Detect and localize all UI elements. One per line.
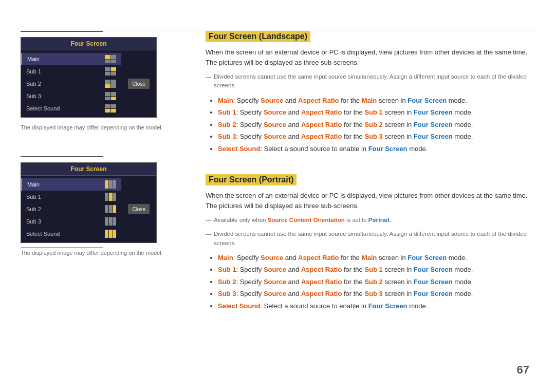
section-divider-landscape xyxy=(21,31,103,32)
portrait-sub2-icon xyxy=(105,205,116,213)
landscape-menu-section: Four Screen Main xyxy=(21,31,185,130)
portrait-menu-item-sub1[interactable]: Sub 1 xyxy=(21,191,121,203)
section-divider-portrait xyxy=(21,156,103,157)
landscape-menu-item-sub1[interactable]: Sub 1 xyxy=(21,65,121,78)
landscape-menu-wrapper: Four Screen Main xyxy=(21,37,185,118)
portrait-menu-content: Main xyxy=(21,176,156,242)
landscape-menu-item-sub2[interactable]: Sub 2 xyxy=(21,78,121,90)
landscape-selectsound-icon xyxy=(105,104,116,113)
landscape-menu-item-main[interactable]: Main xyxy=(21,53,121,65)
landscape-menu-items: Main xyxy=(21,50,121,117)
portrait-item-sub3-label: Sub 3 xyxy=(26,218,41,225)
portrait-note2: Divided screens cannot use the same inpu… xyxy=(206,230,534,248)
portrait-bullet-5: Select Sound: Select a sound source to e… xyxy=(218,301,534,311)
portrait-close-button[interactable]: Close xyxy=(128,204,150,214)
landscape-sub2-icon xyxy=(105,80,116,88)
landscape-bullet-2: Sub 1: Specify Source and Aspect Ratio f… xyxy=(218,107,534,118)
landscape-menu-content: Main xyxy=(21,50,156,117)
portrait-item-selectsound-label: Select Sound xyxy=(26,231,60,237)
portrait-bullet-3: Sub 2: Specify Source and Aspect Ratio f… xyxy=(218,277,534,287)
landscape-menu-item-sub3[interactable]: Sub 3 xyxy=(21,90,121,102)
portrait-section: Four Screen (Portrait) When the screen o… xyxy=(206,174,534,311)
portrait-note-available: Available only when Source Content Orien… xyxy=(206,216,534,225)
portrait-menu-item-selectsound[interactable]: Select Sound xyxy=(21,228,121,240)
landscape-item-selectsound-label: Select Sound xyxy=(26,105,60,111)
landscape-note1: Divided screens cannot use the same inpu… xyxy=(206,72,534,90)
portrait-tv-menu: Four Screen Main xyxy=(21,162,157,243)
portrait-bullets: Main: Specify Source and Aspect Ratio fo… xyxy=(206,253,534,311)
landscape-title: Four Screen (Landscape) xyxy=(206,31,534,42)
landscape-section: Four Screen (Landscape) When the screen … xyxy=(206,31,534,154)
landscape-item-sub2-label: Sub 2 xyxy=(26,81,41,87)
landscape-bullet-4: Sub 3: Specify Source and Aspect Ratio f… xyxy=(218,132,534,142)
landscape-item-main-label: Main xyxy=(27,56,40,62)
page-number: 67 xyxy=(517,363,529,377)
landscape-bullet-3: Sub 2: Specify Source and Aspect Ratio f… xyxy=(218,120,534,130)
landscape-tv-menu: Four Screen Main xyxy=(21,37,157,118)
portrait-bullet-4: Sub 3: Specify Source and Aspect Ratio f… xyxy=(218,289,534,299)
portrait-menu-item-sub2[interactable]: Sub 2 xyxy=(21,203,121,215)
landscape-sub3-icon xyxy=(105,92,116,100)
landscape-item-sub3-label: Sub 3 xyxy=(26,93,41,99)
portrait-item-main-label: Main xyxy=(27,181,40,188)
landscape-bullet-1: Main: Specify Source and Aspect Ratio fo… xyxy=(218,96,534,106)
portrait-note-line xyxy=(21,247,103,248)
portrait-title: Four Screen (Portrait) xyxy=(206,174,534,185)
portrait-item-sub1-label: Sub 1 xyxy=(26,194,41,200)
landscape-bullet-5: Select Sound: Select a sound source to e… xyxy=(218,144,534,154)
portrait-bullet-1: Main: Specify Source and Aspect Ratio fo… xyxy=(218,253,534,263)
landscape-note-text: The displayed image may differ depending… xyxy=(21,124,185,130)
landscape-item-sub1-label: Sub 1 xyxy=(26,68,41,74)
portrait-menu-item-sub3[interactable]: Sub 3 xyxy=(21,215,121,228)
landscape-bullets: Main: Specify Source and Aspect Ratio fo… xyxy=(206,96,534,154)
top-rule xyxy=(21,30,534,30)
landscape-close-wrap: Close xyxy=(121,50,156,117)
landscape-note-line xyxy=(21,122,103,122)
left-column: Four Screen Main xyxy=(21,31,185,371)
portrait-menu-section: Four Screen Main xyxy=(21,156,185,256)
portrait-main-icon xyxy=(105,180,116,189)
portrait-desc: When the screen of an external device or… xyxy=(206,191,534,211)
right-column: Four Screen (Landscape) When the screen … xyxy=(206,31,534,371)
portrait-menu-item-main[interactable]: Main xyxy=(21,178,121,191)
landscape-main-icon xyxy=(105,55,116,63)
portrait-menu-wrapper: Four Screen Main xyxy=(21,162,185,243)
portrait-bullet-2: Sub 1: Specify Source and Aspect Ratio f… xyxy=(218,265,534,275)
portrait-selectsound-icon xyxy=(105,230,116,238)
landscape-close-button[interactable]: Close xyxy=(128,79,150,89)
portrait-item-sub2-label: Sub 2 xyxy=(26,206,41,212)
landscape-menu-item-selectsound[interactable]: Select Sound xyxy=(21,102,121,115)
portrait-sub3-icon xyxy=(105,217,116,226)
portrait-sub1-icon xyxy=(105,193,116,201)
landscape-menu-title: Four Screen xyxy=(21,38,156,50)
landscape-sub1-icon xyxy=(105,67,116,76)
portrait-menu-title: Four Screen xyxy=(21,163,156,176)
landscape-desc: When the screen of an external device or… xyxy=(206,47,534,67)
portrait-menu-items: Main xyxy=(21,176,121,242)
portrait-close-wrap: Close xyxy=(121,176,156,242)
portrait-note-text: The displayed image may differ depending… xyxy=(21,250,185,256)
